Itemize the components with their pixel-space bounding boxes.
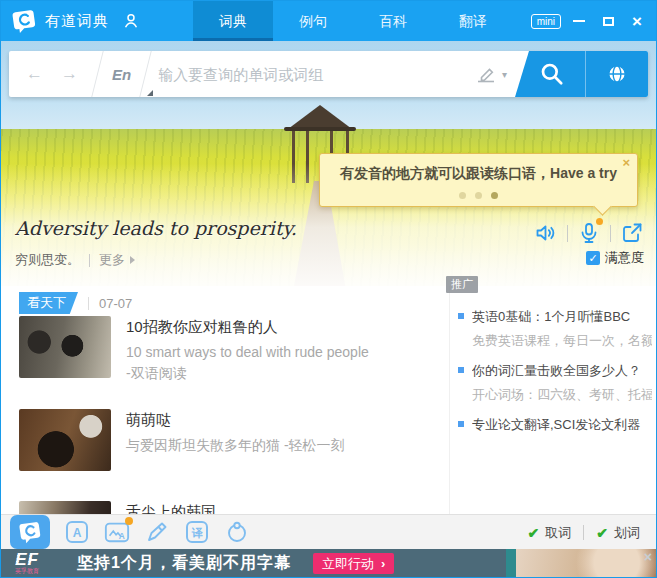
youdao-dict-window: 有道词典 词典 例句 百科 翻译 mini ×	[0, 0, 657, 578]
svg-text:A: A	[73, 526, 82, 540]
more-label: 更多	[99, 251, 125, 269]
divider	[91, 51, 103, 97]
news-header: 看天下 07-07	[19, 292, 132, 314]
forward-button[interactable]: →	[52, 64, 87, 84]
promo-title[interactable]: 你的词汇量击败全国多少人？	[472, 362, 652, 380]
search-button[interactable]	[515, 51, 585, 97]
mini-mode-button[interactable]: mini	[531, 14, 561, 29]
tab-label: 例句	[299, 13, 327, 29]
ad-banner[interactable]: EF 英孚教育 坚持1个月，看美剧不用字幕 立即行动 › ×	[1, 549, 656, 578]
check-icon: ✔	[596, 525, 608, 541]
translate-icon[interactable]: 译	[184, 519, 210, 545]
pen-writing-icon[interactable]	[144, 519, 170, 545]
search-actions	[515, 51, 648, 97]
minimize-button[interactable]	[568, 10, 590, 32]
tab-label: 百科	[379, 13, 407, 29]
divider	[567, 225, 568, 242]
article-title[interactable]: 10招教你应对粗鲁的人	[126, 318, 369, 337]
wordbook-icon[interactable]: A	[64, 519, 90, 545]
select-word-label: 划词	[614, 524, 640, 542]
tooltip-close-icon[interactable]: ×	[622, 155, 630, 170]
pronunciation-tools	[534, 221, 644, 245]
notification-dot	[125, 517, 133, 525]
check-icon: ✔	[528, 525, 540, 541]
news-thumbnail[interactable]	[19, 409, 111, 471]
back-button[interactable]: ←	[17, 64, 52, 84]
tab-examples[interactable]: 例句	[273, 1, 353, 41]
search-input[interactable]	[156, 65, 474, 84]
article-title[interactable]: 舌尖上的韩国	[126, 503, 216, 514]
titlebar: 有道词典 词典 例句 百科 翻译 mini ×	[1, 1, 656, 41]
web-search-button[interactable]	[586, 51, 648, 97]
youdao-logo-icon	[18, 520, 42, 544]
article-title[interactable]: 萌萌哒	[126, 411, 345, 430]
share-icon[interactable]	[620, 221, 644, 245]
input-dropdown-caret[interactable]: ▾	[502, 69, 507, 80]
carousel-dot[interactable]	[459, 192, 466, 199]
arrow-right-icon: ›	[381, 556, 385, 571]
checkbox-checked-icon[interactable]: ✓	[586, 251, 600, 265]
capture-word-label: 取词	[545, 524, 571, 542]
handwriting-icon[interactable]	[474, 62, 498, 86]
bullet-icon	[458, 367, 464, 373]
maximize-button[interactable]	[597, 10, 619, 32]
news-thumbnail[interactable]	[19, 501, 111, 514]
profile-icon[interactable]	[224, 519, 250, 545]
news-article[interactable]: 萌萌哒 与爱因斯坦失散多年的猫 -轻松一刻	[19, 409, 345, 471]
magnifier-icon	[539, 61, 565, 87]
banner: ← → En ▾	[1, 41, 656, 286]
tab-dictionary[interactable]: 词典	[193, 1, 273, 41]
ef-logo-subtext: 英孚教育	[15, 568, 39, 575]
ad-action-button[interactable]: 立即行动 ›	[313, 553, 394, 574]
arrow-right-icon	[130, 256, 135, 264]
notification-dot	[596, 218, 603, 225]
tab-label: 翻译	[459, 13, 487, 29]
divider	[89, 254, 90, 267]
carousel-dot[interactable]	[475, 192, 482, 199]
microphone-icon[interactable]	[577, 221, 601, 245]
select-word-toggle[interactable]: ✔ 划词	[596, 524, 640, 542]
youdao-home-button[interactable]	[10, 515, 50, 549]
more-link[interactable]: 更多	[99, 251, 135, 269]
ad-close-icon[interactable]: ×	[644, 549, 652, 565]
promo-title[interactable]: 专业论文翻译,SCI发论文利器	[472, 416, 652, 434]
user-icon[interactable]	[121, 11, 141, 31]
promo-title[interactable]: 英语0基础：1个月听懂BBC	[472, 308, 652, 326]
bullet-icon	[458, 313, 464, 319]
language-corner-marker	[147, 90, 153, 96]
ef-logo[interactable]: EF 英孚教育	[15, 551, 39, 575]
promo-subtitle: 免费英语课程，每日一次，名额…	[472, 332, 652, 350]
carousel-dot-active[interactable]	[491, 192, 498, 199]
quote-row: 穷则思变。 更多	[15, 251, 135, 269]
article-tag: -双语阅读	[126, 365, 369, 383]
news-article[interactable]: 10招教你应对粗鲁的人 10 smart ways to deal with r…	[19, 316, 369, 383]
ocr-translate-icon[interactable]: A	[104, 519, 130, 545]
article-subtitle: 10 smart ways to deal with rude people	[126, 344, 369, 360]
divider	[583, 525, 584, 540]
promo-item[interactable]: 英语0基础：1个月听懂BBC 免费英语课程，每日一次，名额…	[458, 308, 652, 350]
news-section-badge[interactable]: 看天下	[19, 292, 78, 314]
app-logo-icon	[11, 8, 37, 34]
news-article[interactable]: 舌尖上的韩国	[19, 501, 216, 514]
window-controls: mini ×	[531, 1, 648, 41]
speaker-icon[interactable]	[534, 221, 558, 245]
capture-word-toggle[interactable]: ✔ 取词	[528, 524, 572, 542]
tab-label: 词典	[219, 13, 247, 29]
tab-encyclopedia[interactable]: 百科	[353, 1, 433, 41]
close-button[interactable]: ×	[626, 10, 648, 32]
svg-text:A: A	[119, 531, 125, 541]
globe-icon	[606, 63, 628, 85]
content-area: 看天下 07-07 10招教你应对粗鲁的人 10 smart ways to d…	[1, 286, 656, 514]
news-thumbnail[interactable]	[19, 316, 111, 378]
carousel-dots	[320, 192, 637, 199]
promo-item[interactable]: 你的词汇量击败全国多少人？ 开心词场：四六级、考研、托福…	[458, 362, 652, 404]
svg-text:译: 译	[192, 527, 204, 539]
search-bar: ← → En ▾	[9, 51, 648, 97]
satisfaction-checkbox[interactable]: ✓ 满意度	[586, 249, 644, 267]
bottom-toolbar: A A 译	[1, 514, 656, 549]
promo-item[interactable]: 专业论文翻译,SCI发论文利器	[458, 416, 652, 434]
ad-button-label: 立即行动	[322, 555, 374, 573]
tab-translate[interactable]: 翻译	[433, 1, 513, 41]
ad-text: 坚持1个月，看美剧不用字幕	[77, 553, 291, 574]
language-selector[interactable]: En	[108, 66, 135, 83]
